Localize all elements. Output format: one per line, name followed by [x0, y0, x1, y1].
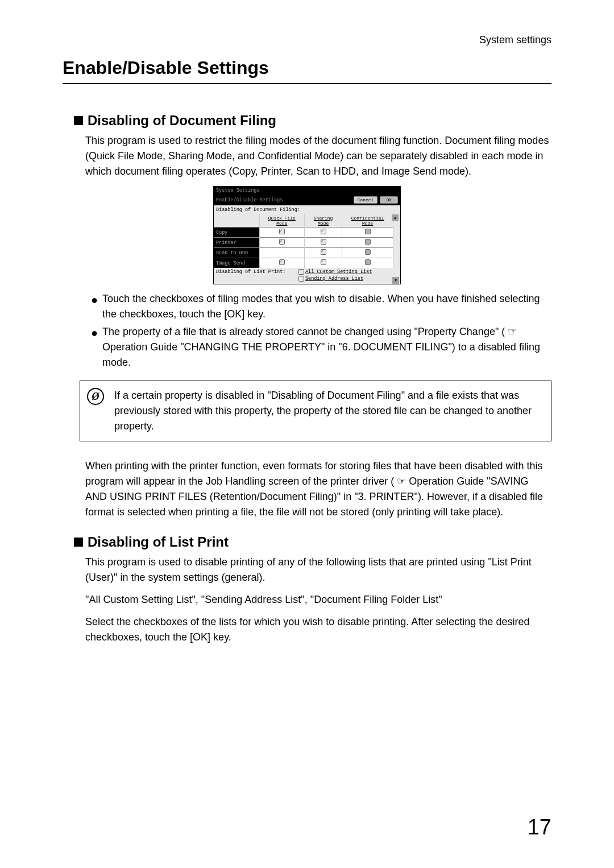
table-row: Printer: [214, 238, 400, 248]
col-confidential: Confidential Mode: [342, 214, 393, 228]
square-bullet-icon: [74, 116, 83, 125]
checkbox[interactable]: [279, 229, 285, 234]
cancel-button[interactable]: Cancel: [354, 196, 378, 204]
scroll-up-icon[interactable]: ▲: [392, 214, 399, 221]
paragraph-2: When printing with the printer function,…: [85, 458, 551, 520]
panel-header-label: Enable/Disable Settings: [216, 197, 283, 203]
header-category: System settings: [63, 34, 551, 46]
table-row: Copy: [214, 228, 400, 238]
bullet-item: ● The property of a file that is already…: [85, 324, 551, 370]
checkbox[interactable]: [321, 259, 326, 265]
checkbox[interactable]: [321, 249, 326, 255]
note-icon: Ø: [87, 388, 104, 405]
list-item: All Custom Setting List: [298, 269, 398, 275]
note-text: If a certain property is disabled in "Di…: [114, 388, 541, 434]
filing-modes-table: Quick File Mode Sharing Mode Confidentia…: [214, 214, 400, 268]
list-item: Sending Address List: [298, 276, 398, 282]
panel-titlebar: System Settings: [214, 187, 400, 195]
checkbox[interactable]: [279, 239, 285, 245]
bullet-text: Touch the checkboxes of filing modes tha…: [102, 291, 551, 322]
checkbox[interactable]: [321, 229, 326, 234]
bullet-dot-icon: ●: [91, 324, 98, 370]
square-bullet-icon: [74, 538, 83, 547]
checkbox[interactable]: [365, 239, 371, 245]
table-row: Image Send: [214, 258, 400, 268]
panel-header: Enable/Disable Settings Cancel OK: [214, 195, 400, 205]
ok-button[interactable]: OK: [380, 196, 398, 204]
bullet-dot-icon: ●: [91, 291, 98, 322]
section-heading-2: Disabling of List Print: [74, 534, 551, 550]
panel-section-label: Disabling of Document Filing:: [214, 205, 400, 214]
scrollbar[interactable]: ▲: [393, 214, 400, 268]
col-quick-file: Quick File Mode: [259, 214, 305, 228]
checkbox[interactable]: [298, 276, 304, 282]
settings-panel-screenshot: System Settings Enable/Disable Settings …: [213, 186, 401, 284]
section-heading-1: Disabling of Document Filing: [74, 113, 551, 129]
section1-intro: This program is used to restrict the fil…: [85, 133, 551, 179]
checkbox[interactable]: [365, 259, 371, 265]
bullet-list: ● Touch the checkboxes of filing modes t…: [85, 291, 551, 370]
section2-p1: This program is used to disable printing…: [85, 555, 551, 585]
checkbox[interactable]: [321, 239, 326, 245]
checkbox[interactable]: [298, 269, 304, 275]
scroll-down-icon[interactable]: ▼: [392, 277, 399, 284]
section2-p2: "All Custom Setting List", "Sending Addr…: [85, 592, 551, 607]
panel-list-print-section: Disabling of List Print: All Custom Sett…: [214, 268, 400, 284]
page-title: Enable/Disable Settings: [63, 57, 551, 84]
checkbox[interactable]: [279, 259, 285, 265]
section2-p3: Select the checkboxes of the lists for w…: [85, 614, 551, 645]
table-row: Scan to HDD: [214, 248, 400, 258]
note-box: Ø If a certain property is disabled in "…: [80, 381, 551, 441]
checkbox[interactable]: [365, 229, 371, 234]
bullet-text: The property of a file that is already s…: [102, 324, 551, 370]
col-sharing: Sharing Mode: [305, 214, 342, 228]
page-number: 17: [528, 815, 551, 840]
bullet-item: ● Touch the checkboxes of filing modes t…: [85, 291, 551, 322]
checkbox[interactable]: [365, 249, 371, 255]
section-heading-1-text: Disabling of Document Filing: [88, 113, 276, 128]
section-heading-2-text: Disabling of List Print: [88, 534, 229, 549]
